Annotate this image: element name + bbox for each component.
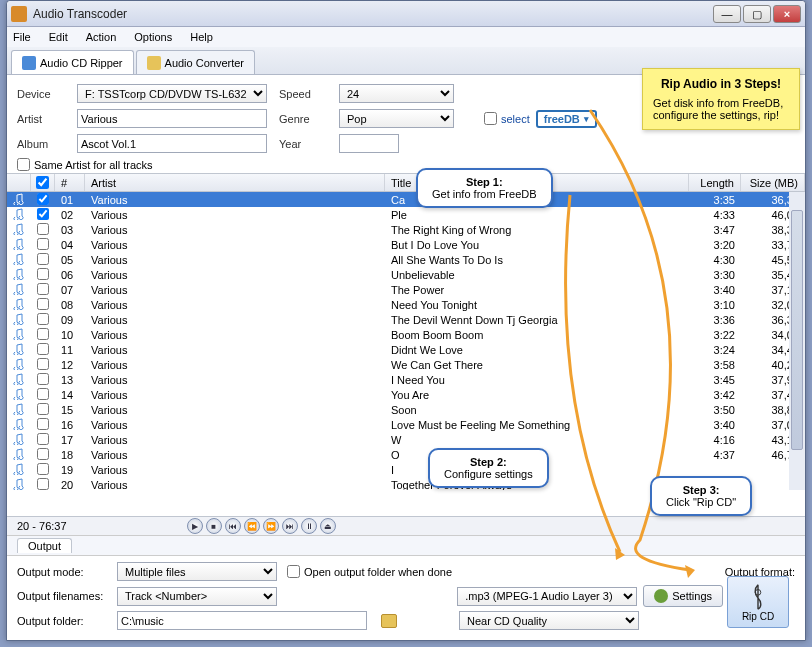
row-checkbox[interactable]	[37, 268, 49, 280]
status-bar: 20 - 76:37 ▶ ■ ⏮ ⏪ ⏩ ⏭ ⏸ ⏏	[7, 517, 805, 535]
tab-cd-ripper[interactable]: Audio CD Ripper	[11, 50, 134, 74]
row-checkbox[interactable]	[37, 223, 49, 235]
output-folder-input[interactable]	[117, 611, 367, 630]
minimize-button[interactable]: —	[713, 5, 741, 23]
select-link[interactable]: select	[501, 113, 530, 125]
table-row[interactable]: 18VariousO4:3746,71	[7, 447, 805, 462]
menu-action[interactable]: Action	[86, 31, 117, 43]
row-checkbox[interactable]	[37, 418, 49, 430]
step2-callout: Step 2: Configure settings	[428, 448, 549, 488]
stop-button[interactable]: ■	[206, 518, 222, 534]
row-checkbox[interactable]	[37, 373, 49, 385]
row-checkbox[interactable]	[37, 328, 49, 340]
rip-cd-button[interactable]: Rip CD	[727, 576, 789, 628]
table-row[interactable]: 17VariousW4:1643,12	[7, 432, 805, 447]
check-all[interactable]	[36, 176, 49, 189]
row-checkbox[interactable]	[37, 343, 49, 355]
row-checkbox[interactable]	[37, 433, 49, 445]
row-length: 3:40	[689, 284, 741, 296]
table-row[interactable]: 11VariousDidnt We Love3:2434,46	[7, 342, 805, 357]
table-row[interactable]: 16VariousLove Must be Feeling Me Somethi…	[7, 417, 805, 432]
table-row[interactable]: 08VariousNeed You Tonight3:1032,00	[7, 297, 805, 312]
table-row[interactable]: 05VariousAll She Wants To Do Is4:3045,50	[7, 252, 805, 267]
prev-button[interactable]: ⏮	[225, 518, 241, 534]
output-format-select[interactable]: .mp3 (MPEG-1 Audio Layer 3)	[457, 587, 637, 606]
speed-select[interactable]: 24	[339, 84, 454, 103]
output-quality-select[interactable]: Near CD Quality	[459, 611, 639, 630]
table-row[interactable]: 01VariousCa3:3536,33	[7, 192, 805, 207]
artist-input[interactable]	[77, 109, 267, 128]
row-checkbox[interactable]	[37, 478, 49, 490]
menu-file[interactable]: File	[13, 31, 31, 43]
pause-button[interactable]: ⏸	[301, 518, 317, 534]
instruction-note: Rip Audio in 3 Steps! Get disk info from…	[642, 68, 800, 130]
tab-audio-converter[interactable]: Audio Converter	[136, 50, 256, 74]
table-row[interactable]: 07VariousThe Power3:4037,13	[7, 282, 805, 297]
row-checkbox[interactable]	[37, 193, 49, 205]
table-row[interactable]: 02VariousPle4:3346,01	[7, 207, 805, 222]
note-icon	[7, 298, 31, 312]
rewind-button[interactable]: ⏪	[244, 518, 260, 534]
row-length: 3:30	[689, 269, 741, 281]
next-button[interactable]: ⏭	[282, 518, 298, 534]
select-checkbox[interactable]	[484, 112, 497, 125]
col-artist[interactable]: Artist	[85, 174, 385, 191]
same-artist-checkbox[interactable]	[17, 158, 30, 171]
row-artist: Various	[85, 374, 385, 386]
table-row[interactable]: 13VariousI Need You3:4537,92	[7, 372, 805, 387]
row-artist: Various	[85, 434, 385, 446]
table-row[interactable]: 03VariousThe Right King of Wrong3:4738,3…	[7, 222, 805, 237]
row-checkbox[interactable]	[37, 253, 49, 265]
col-num[interactable]: #	[55, 174, 85, 191]
table-row[interactable]: 15VariousSoon3:5038,85	[7, 402, 805, 417]
genre-label: Genre	[279, 113, 339, 125]
device-select[interactable]: F: TSSTcorp CD/DVDW TS-L632D TO04	[77, 84, 267, 103]
forward-button[interactable]: ⏩	[263, 518, 279, 534]
table-row[interactable]: 10VariousBoom Boom Boom3:2234,02	[7, 327, 805, 342]
row-title: You Are	[385, 389, 689, 401]
menu-options[interactable]: Options	[134, 31, 172, 43]
table-row[interactable]: 12VariousWe Can Get There3:5840,20	[7, 357, 805, 372]
table-row[interactable]: 19VariousI	[7, 462, 805, 477]
open-folder-checkbox[interactable]	[287, 565, 300, 578]
row-checkbox[interactable]	[37, 388, 49, 400]
table-row[interactable]: 06VariousUnbelievable3:3035,48	[7, 267, 805, 282]
table-row[interactable]: 09VariousThe Devil Wennt Down Tj Georgia…	[7, 312, 805, 327]
close-button[interactable]: ×	[773, 5, 801, 23]
play-button[interactable]: ▶	[187, 518, 203, 534]
menu-edit[interactable]: Edit	[49, 31, 68, 43]
row-checkbox[interactable]	[37, 313, 49, 325]
row-checkbox[interactable]	[37, 238, 49, 250]
step1-callout: Step 1: Get info from FreeDB	[416, 168, 553, 208]
row-checkbox[interactable]	[37, 208, 49, 220]
cd-icon	[22, 56, 36, 70]
row-checkbox[interactable]	[37, 463, 49, 475]
settings-button[interactable]: Settings	[643, 585, 723, 607]
row-checkbox[interactable]	[37, 358, 49, 370]
album-input[interactable]	[77, 134, 267, 153]
freedb-button[interactable]: freeDB ▾	[536, 110, 597, 128]
table-row[interactable]: 04VariousBut I Do Love You3:2033,79	[7, 237, 805, 252]
note-icon	[7, 313, 31, 327]
scrollbar-thumb[interactable]	[791, 210, 803, 450]
table-row[interactable]: 14VariousYou Are3:4237,40	[7, 387, 805, 402]
genre-select[interactable]: Pop	[339, 109, 454, 128]
menubar: File Edit Action Options Help	[7, 27, 805, 47]
vertical-scrollbar[interactable]	[789, 192, 805, 490]
row-num: 03	[55, 224, 85, 236]
maximize-button[interactable]: ▢	[743, 5, 771, 23]
eject-button[interactable]: ⏏	[320, 518, 336, 534]
col-size[interactable]: Size (MB)	[741, 174, 805, 191]
row-checkbox[interactable]	[37, 448, 49, 460]
row-checkbox[interactable]	[37, 403, 49, 415]
row-num: 17	[55, 434, 85, 446]
output-tab[interactable]: Output	[17, 538, 72, 553]
col-length[interactable]: Length	[689, 174, 741, 191]
year-input[interactable]	[339, 134, 399, 153]
row-checkbox[interactable]	[37, 298, 49, 310]
output-mode-select[interactable]: Multiple files	[117, 562, 277, 581]
browse-folder-button[interactable]	[381, 614, 397, 628]
menu-help[interactable]: Help	[190, 31, 213, 43]
row-checkbox[interactable]	[37, 283, 49, 295]
output-filenames-select[interactable]: Track <Number>	[117, 587, 277, 606]
